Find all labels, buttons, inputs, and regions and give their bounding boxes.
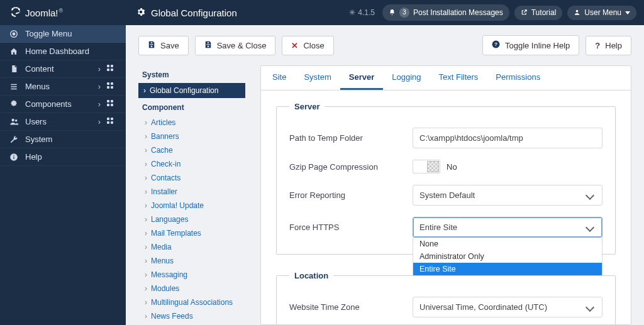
save-icon bbox=[148, 41, 155, 50]
joomla-logo-icon bbox=[10, 6, 21, 19]
brand[interactable]: Joomla!® bbox=[0, 0, 126, 25]
option-none[interactable]: None bbox=[413, 238, 602, 250]
select-force-https[interactable]: Entire Site bbox=[413, 217, 602, 238]
users-icon bbox=[9, 117, 19, 126]
list-icon bbox=[9, 82, 19, 91]
subnav-item-messaging[interactable]: ›Messaging bbox=[138, 268, 245, 282]
subnav-item-articles[interactable]: ›Articles bbox=[138, 116, 245, 129]
save-icon bbox=[204, 41, 212, 50]
close-button[interactable]: ✕ Close bbox=[282, 36, 333, 55]
toggle-inline-help-button[interactable]: ? Toggle Inline Help bbox=[482, 35, 579, 55]
sidebar-item-label: Components bbox=[25, 99, 92, 109]
sidebar-item-system[interactable]: System bbox=[0, 131, 126, 148]
input-temp-path[interactable] bbox=[413, 128, 602, 148]
chevron-right-icon: › bbox=[145, 312, 147, 321]
chevron-down-icon bbox=[586, 302, 594, 311]
subnav-item-label: Articles bbox=[151, 118, 175, 127]
home-icon bbox=[9, 47, 19, 56]
subnav-item-label: Messaging bbox=[151, 270, 187, 279]
brand-text: Joomla!® bbox=[25, 8, 63, 18]
subnav-item-installer[interactable]: ›Installer bbox=[138, 185, 245, 199]
subnav-item-label: Installer bbox=[151, 187, 177, 196]
page-title-text: Global Configuration bbox=[151, 8, 237, 18]
sidebar-item-components[interactable]: Components› bbox=[0, 96, 126, 113]
subnav-item-label: Modules bbox=[151, 284, 179, 293]
subnav-item-label: Banners bbox=[151, 132, 179, 141]
subnav-item-mail-templates[interactable]: ›Mail Templates bbox=[138, 226, 245, 240]
tutorial-button[interactable]: Tutorial bbox=[514, 6, 563, 20]
subnav-item-menus[interactable]: ›Menus bbox=[138, 254, 245, 268]
svg-point-3 bbox=[11, 119, 14, 121]
tab-text-filters[interactable]: Text Filters bbox=[430, 66, 487, 90]
sidebar-item-help[interactable]: Help bbox=[0, 148, 126, 166]
dashboard-icon[interactable] bbox=[107, 82, 118, 91]
sidebar-item-label: Help bbox=[25, 152, 118, 162]
chevron-down-icon bbox=[625, 11, 630, 14]
tab-system[interactable]: System bbox=[295, 66, 340, 90]
save-button[interactable]: Save bbox=[138, 36, 189, 55]
tab-logging[interactable]: Logging bbox=[383, 66, 430, 90]
sidebar-item-users[interactable]: Users› bbox=[0, 113, 126, 131]
tab-site[interactable]: Site bbox=[264, 66, 295, 90]
location-legend: Location bbox=[289, 271, 333, 280]
chevron-right-icon: › bbox=[145, 215, 147, 224]
subnav-item-banners[interactable]: ›Banners bbox=[138, 129, 245, 143]
sidebar-item-menus[interactable]: Menus› bbox=[0, 78, 126, 96]
subnav-item-media[interactable]: ›Media bbox=[138, 240, 245, 254]
select-error-reporting[interactable]: System Default bbox=[413, 185, 602, 206]
sidebar-item-label: Home Dashboard bbox=[25, 47, 118, 56]
joomla-mark-icon: ✳ bbox=[349, 8, 355, 17]
help-button[interactable]: ? Help bbox=[586, 36, 631, 55]
select-timezone-value: Universal Time, Coordinated (UTC) bbox=[419, 302, 547, 312]
label-gzip: Gzip Page Compression bbox=[289, 162, 402, 172]
wrench-icon bbox=[9, 135, 19, 144]
chevron-right-icon: › bbox=[145, 146, 147, 155]
subnav-item-label: Cache bbox=[151, 146, 173, 155]
help-label: Help bbox=[605, 41, 622, 50]
subnav-system-heading: System bbox=[142, 70, 245, 79]
dashboard-icon[interactable] bbox=[107, 100, 118, 109]
chevron-right-icon: › bbox=[98, 117, 101, 126]
sidebar-item-content[interactable]: Content› bbox=[0, 60, 126, 78]
svg-point-0 bbox=[576, 9, 579, 12]
page-title: Global Configuration bbox=[126, 7, 349, 19]
user-menu-button[interactable]: User Menu bbox=[567, 6, 636, 20]
subnav-item-languages[interactable]: ›Languages bbox=[138, 212, 245, 226]
subnav-item-label: Check-in bbox=[151, 160, 180, 168]
subnav-item-news-feeds[interactable]: ›News Feeds bbox=[138, 309, 245, 323]
chevron-down-icon bbox=[586, 223, 594, 231]
server-fieldset: Server Path to Temp Folder Gzip Page Com… bbox=[276, 102, 616, 255]
subnav-item-multilingual-associations[interactable]: ›Multilingual Associations bbox=[138, 295, 245, 309]
sidebar-item-label: Toggle Menu bbox=[25, 29, 118, 38]
option-entire-site[interactable]: Entire Site bbox=[413, 263, 602, 275]
tab-server[interactable]: Server bbox=[340, 66, 383, 90]
tab-permissions[interactable]: Permissions bbox=[487, 66, 549, 90]
subnav-item-cache[interactable]: ›Cache bbox=[138, 143, 245, 157]
subnav-item-check-in[interactable]: ›Check-in bbox=[138, 157, 245, 171]
chevron-right-icon: › bbox=[145, 243, 147, 251]
subnav-active-global-config[interactable]: › Global Configuration bbox=[138, 83, 245, 98]
subnav-item-label: News Feeds bbox=[151, 312, 193, 321]
dashboard-icon[interactable] bbox=[107, 118, 118, 126]
post-install-messages-button[interactable]: 3 Post Installation Messages bbox=[382, 4, 509, 21]
panel-body: Server Path to Temp Folder Gzip Page Com… bbox=[261, 91, 631, 324]
chevron-right-icon: › bbox=[145, 201, 147, 210]
info-icon bbox=[9, 153, 19, 162]
chevron-right-icon: › bbox=[145, 270, 147, 279]
subnav-item-modules[interactable]: ›Modules bbox=[138, 282, 245, 295]
subnav-item-joomla-update[interactable]: ›Joomla! Update bbox=[138, 199, 245, 212]
sidebar-item-home-dashboard[interactable]: Home Dashboard bbox=[0, 43, 126, 60]
save-close-button[interactable]: Save & Close bbox=[195, 36, 276, 55]
bell-icon bbox=[389, 9, 396, 17]
close-label: Close bbox=[303, 41, 324, 50]
dashboard-icon[interactable] bbox=[107, 65, 118, 74]
subnav-item-label: Media bbox=[151, 243, 172, 251]
select-timezone[interactable]: Universal Time, Coordinated (UTC) bbox=[413, 297, 602, 317]
subnav-item-contacts[interactable]: ›Contacts bbox=[138, 171, 245, 185]
subnav-item-label: Contacts bbox=[151, 174, 180, 182]
subnav-active-label: Global Configuration bbox=[150, 86, 218, 95]
option-administrator-only[interactable]: Administrator Only bbox=[413, 250, 602, 263]
toggle-gzip[interactable]: No bbox=[413, 160, 602, 174]
row-error-reporting: Error Reporting System Default bbox=[289, 185, 602, 206]
sidebar-item-toggle-menu[interactable]: Toggle Menu bbox=[0, 25, 126, 43]
